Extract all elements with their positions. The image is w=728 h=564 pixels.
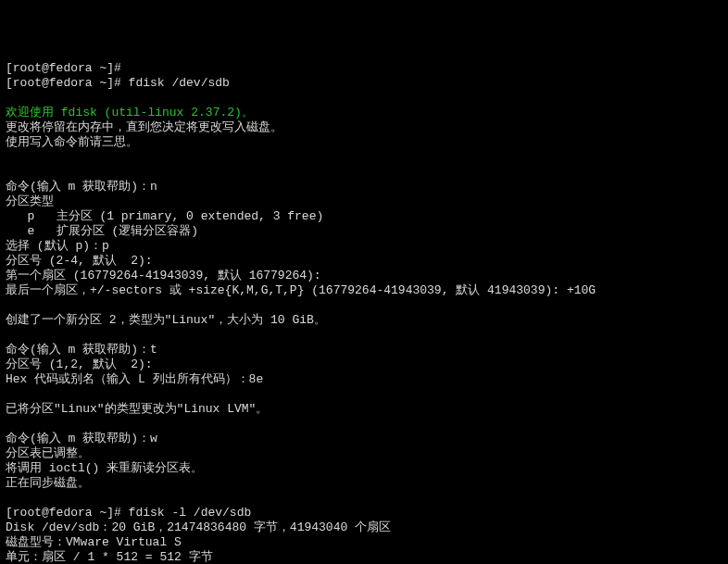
terminal-line: 命令(输入 m 获取帮助)：t: [6, 343, 728, 357]
terminal-line: [6, 150, 728, 165]
terminal-line: 欢迎使用 fdisk (util-linux 2.37.2)。: [6, 106, 728, 120]
terminal-line: Hex 代码或别名（输入 L 列出所有代码）：8e: [6, 372, 728, 387]
terminal-line: [6, 165, 728, 180]
terminal-line: [6, 298, 728, 313]
terminal-line: [root@fedora ~]# fdisk -l /dev/sdb: [6, 506, 728, 520]
terminal-line: Disk /dev/sdb：20 GiB，21474836480 字节，4194…: [6, 520, 728, 535]
terminal-line: [6, 491, 728, 506]
terminal-line: 使用写入命令前请三思。: [6, 135, 728, 150]
terminal-line: 最后一个扇区，+/-sectors 或 +size{K,M,G,T,P} (16…: [6, 283, 728, 298]
terminal-line: e 扩展分区 (逻辑分区容器): [6, 224, 728, 239]
terminal-line: 已将分区"Linux"的类型更改为"Linux LVM"。: [6, 402, 728, 417]
terminal-line: 命令(输入 m 获取帮助)：w: [6, 432, 728, 446]
terminal-output: [root@fedora ~]#[root@fedora ~]# fdisk /…: [6, 61, 728, 564]
terminal-line: 更改将停留在内存中，直到您决定将更改写入磁盘。: [6, 120, 728, 135]
terminal-line: 分区表已调整。: [6, 446, 728, 461]
terminal-line: p 主分区 (1 primary, 0 extended, 3 free): [6, 209, 728, 224]
terminal-line: 分区号 (1,2, 默认 2):: [6, 357, 728, 372]
terminal-line: [6, 417, 728, 432]
terminal-line: [6, 91, 728, 106]
terminal-line: [6, 387, 728, 402]
terminal-line: 将调用 ioctl() 来重新读分区表。: [6, 461, 728, 476]
terminal-line: [6, 328, 728, 343]
terminal-line: 分区号 (2-4, 默认 2):: [6, 254, 728, 269]
terminal-line: 第一个扇区 (16779264-41943039, 默认 16779264):: [6, 269, 728, 283]
terminal-line: 正在同步磁盘。: [6, 476, 728, 491]
terminal-line: [root@fedora ~]#: [6, 61, 728, 76]
terminal-line: 创建了一个新分区 2，类型为"Linux"，大小为 10 GiB。: [6, 313, 728, 328]
terminal-line: 命令(输入 m 获取帮助)：n: [6, 180, 728, 194]
terminal-line: 选择 (默认 p)：p: [6, 239, 728, 254]
terminal-line: 单元：扇区 / 1 * 512 = 512 字节: [6, 550, 728, 564]
terminal-line: 分区类型: [6, 194, 728, 209]
terminal-line: [root@fedora ~]# fdisk /dev/sdb: [6, 76, 728, 91]
terminal-line: 磁盘型号：VMware Virtual S: [6, 535, 728, 550]
